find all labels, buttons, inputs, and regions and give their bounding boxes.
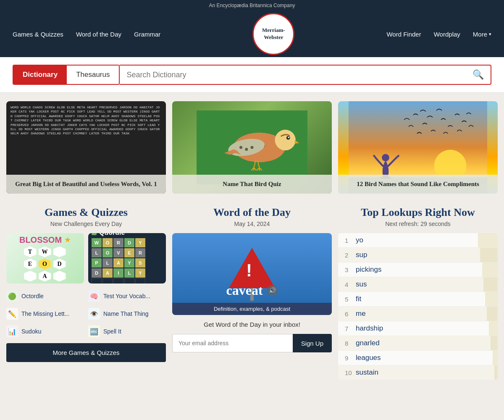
lookup-item[interactable]: 10 sustain — [338, 365, 498, 380]
quordle-title: Quordle — [99, 233, 125, 236]
lookup-item[interactable]: 2 sup — [338, 248, 498, 262]
lookup-item[interactable]: 7 hardship — [338, 321, 498, 336]
logo[interactable]: Merriam- Webster — [252, 13, 294, 55]
lookup-item[interactable]: 6 me — [338, 307, 498, 321]
lookup-rank: 7 — [345, 325, 356, 332]
lookup-rank: 9 — [345, 354, 356, 362]
nav-more[interactable]: More ▾ — [473, 31, 491, 38]
lookup-bar-visual — [478, 233, 498, 247]
game-list: 🟢 Octordle 🧠 Test Your Vocab... ✏️ The M… — [6, 289, 166, 339]
blossom-letter-grid: T W E O D A — [24, 247, 67, 282]
nav-left: Games & Quizzes Word of the Day Grammar — [13, 31, 160, 38]
tab-thesaurus[interactable]: Thesaurus — [67, 66, 119, 84]
svg-point-2 — [275, 130, 296, 150]
nav-right: Word Finder Wordplay More ▾ — [386, 31, 491, 38]
hero-card-1-caption: Great Big List of Beautiful and Useless … — [6, 175, 166, 194]
lookup-bar-visual — [489, 321, 498, 336]
lookup-bar-visual — [491, 336, 498, 350]
sudoku-icon: 📊 — [6, 326, 18, 337]
email-input[interactable] — [172, 334, 293, 352]
game-missing-letter[interactable]: ✏️ The Missing Lett... — [6, 306, 84, 321]
spell-it-icon: 🔤 — [88, 326, 100, 337]
game-octordle-label: Octordle — [21, 293, 44, 299]
hero-card-3-caption: 12 Bird Names that Sound Like Compliment… — [338, 175, 498, 194]
hero-section: WORD WORLD CHAOS SCREW GLOB ELSE META HE… — [0, 93, 504, 202]
top-bar-text: An Encyclopædia Britannica Company — [209, 3, 295, 8]
blossom-card[interactable]: BLOSSOM ★ T W E O D A — [6, 233, 84, 284]
dict-thes-tabs: Dictionary Thesaurus — [13, 65, 120, 85]
quordle-grid: W O R D Y L O V E R P L A — [92, 238, 163, 284]
lookup-item[interactable]: 3 pickings — [338, 262, 498, 277]
games-section: Games & Quizzes New Challenges Every Day… — [6, 206, 166, 380]
game-spell-it[interactable]: 🔤 Spell It — [88, 324, 166, 339]
game-name-that-thing[interactable]: 👁️ Name That Thing — [88, 306, 166, 321]
nav-games-quizzes[interactable]: Games & Quizzes — [13, 31, 63, 38]
games-grid: BLOSSOM ★ T W E O D A — [6, 233, 166, 284]
octordle-icon: 🟢 — [6, 290, 18, 302]
lookup-word: fit — [356, 295, 491, 303]
hero-card-1[interactable]: WORD WORLD CHAOS SCREW GLOB ELSE META HE… — [6, 101, 166, 194]
main-content: Games & Quizzes New Challenges Every Day… — [0, 202, 504, 388]
lookup-item[interactable]: 9 leagues — [338, 351, 498, 365]
tab-dictionary[interactable]: Dictionary — [13, 66, 67, 84]
lookup-item[interactable]: 8 gnarled — [338, 336, 498, 351]
games-title: Games & Quizzes — [6, 206, 166, 219]
hero-card-2[interactable]: Name That Bird Quiz — [172, 101, 332, 194]
lookups-list: 1 yo 2 sup 3 pickings 4 sus 5 fit 6 me 7… — [338, 233, 498, 380]
game-octordle[interactable]: 🟢 Octordle — [6, 289, 84, 304]
nav-word-finder[interactable]: Word Finder — [386, 31, 421, 38]
wotd-invite: Get Word of the Day in your inbox! — [172, 321, 332, 328]
quordle-card[interactable]: Quordle W O R D Y L O V E R — [88, 233, 166, 284]
email-signup-row: Sign Up — [172, 334, 332, 352]
lookup-rank: 3 — [345, 266, 356, 273]
sound-icon[interactable]: 🔊 — [267, 285, 278, 296]
lookup-word: sustain — [356, 368, 491, 377]
lookup-rank: 6 — [345, 310, 356, 318]
search-button[interactable]: 🔍 — [472, 69, 484, 80]
more-games-button[interactable]: More Games & Quizzes — [6, 343, 166, 362]
game-test-vocab[interactable]: 🧠 Test Your Vocab... — [88, 289, 166, 304]
search-input[interactable] — [126, 71, 472, 79]
lookup-rank: 8 — [345, 340, 356, 347]
svg-point-17 — [382, 154, 389, 161]
lookup-bar-visual — [487, 307, 498, 321]
wotd-section: Word of the Day May 14, 2024 caveat 🔊 De… — [172, 206, 332, 380]
main-nav: Games & Quizzes Word of the Day Grammar … — [0, 11, 504, 57]
game-name-that-thing-label: Name That Thing — [103, 310, 149, 317]
lookup-word: sus — [356, 280, 491, 289]
logo-line1: Merriam- — [262, 27, 285, 34]
wotd-image[interactable]: caveat 🔊 Definition, examples, & podcast — [172, 233, 332, 315]
game-missing-letter-label: The Missing Lett... — [21, 310, 69, 317]
nav-wordplay[interactable]: Wordplay — [434, 31, 460, 38]
nav-word-of-day[interactable]: Word of the Day — [76, 31, 121, 38]
games-subtitle: New Challenges Every Day — [6, 220, 166, 227]
svg-point-10 — [239, 146, 242, 149]
svg-point-4 — [288, 136, 289, 138]
search-box: 🔍 — [120, 65, 491, 85]
lookup-item[interactable]: 4 sus — [338, 277, 498, 292]
lookups-subtitle: Next refresh: 29 seconds — [338, 220, 498, 227]
lookup-item[interactable]: 5 fit — [338, 292, 498, 307]
blossom-title: BLOSSOM — [19, 235, 62, 245]
lookups-title: Top Lookups Right Now — [338, 206, 498, 219]
missing-letter-icon: ✏️ — [6, 308, 18, 320]
lookup-rank: 2 — [345, 252, 356, 259]
lookup-word: sup — [356, 251, 491, 259]
nav-grammar[interactable]: Grammar — [134, 31, 160, 38]
svg-point-11 — [245, 148, 248, 151]
lookups-section: Top Lookups Right Now Next refresh: 29 s… — [338, 206, 498, 380]
lookup-item[interactable]: 1 yo — [338, 233, 498, 248]
hero-card-3[interactable]: 12 Bird Names that Sound Like Compliment… — [338, 101, 498, 194]
lookup-word: hardship — [356, 324, 491, 333]
game-test-vocab-label: Test Your Vocab... — [103, 293, 150, 299]
lookup-bar-visual — [493, 351, 498, 365]
logo-line2: Webster — [264, 34, 283, 41]
lookup-word: me — [356, 310, 491, 318]
wotd-title: Word of the Day — [172, 206, 332, 219]
game-sudoku[interactable]: 📊 Sudoku — [6, 324, 84, 339]
test-vocab-icon: 🧠 — [88, 290, 100, 302]
blossom-star-icon: ★ — [64, 235, 71, 244]
lookup-bar-visual — [485, 292, 498, 306]
lookup-bar-visual — [480, 248, 498, 262]
signup-button[interactable]: Sign Up — [293, 334, 332, 352]
